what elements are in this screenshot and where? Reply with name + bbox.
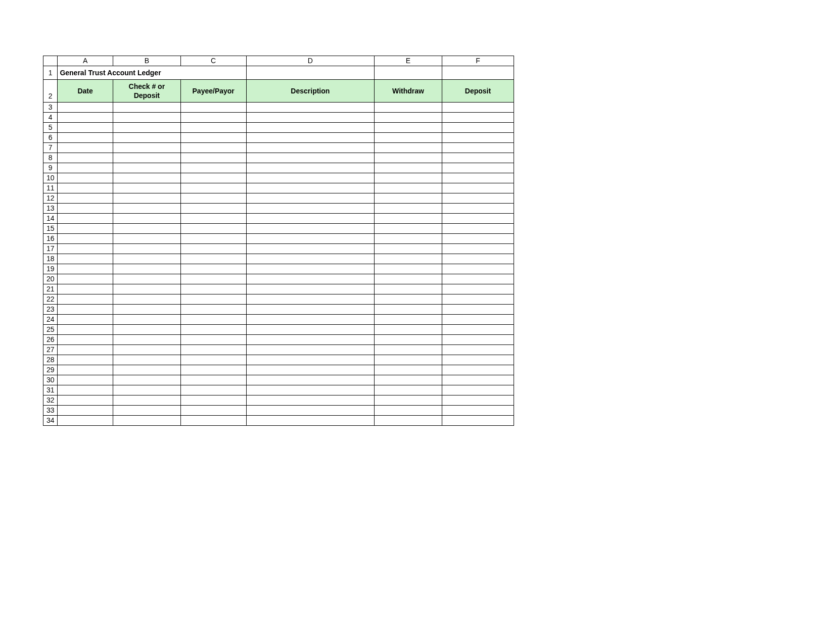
cell-D12[interactable] bbox=[246, 193, 375, 204]
row-header-18[interactable]: 18 bbox=[43, 254, 58, 264]
cell-C32[interactable] bbox=[180, 395, 246, 406]
cell-A30[interactable] bbox=[58, 375, 113, 385]
cell-C16[interactable] bbox=[180, 234, 246, 244]
cell-A34[interactable] bbox=[58, 416, 113, 426]
cell-A22[interactable] bbox=[58, 294, 113, 305]
cell-E24[interactable] bbox=[375, 315, 442, 325]
cell-A11[interactable] bbox=[58, 183, 113, 193]
cell-A12[interactable] bbox=[58, 193, 113, 204]
cell-A21[interactable] bbox=[58, 284, 113, 294]
cell-A23[interactable] bbox=[58, 305, 113, 315]
header-description[interactable]: Description bbox=[246, 80, 375, 103]
cell-A15[interactable] bbox=[58, 224, 113, 234]
cell-C30[interactable] bbox=[180, 375, 246, 385]
cell-E12[interactable] bbox=[375, 193, 442, 204]
cell-B14[interactable] bbox=[113, 214, 180, 224]
cell-F19[interactable] bbox=[442, 264, 514, 274]
cell-A17[interactable] bbox=[58, 244, 113, 254]
cell-D8[interactable] bbox=[246, 153, 375, 163]
cell-D28[interactable] bbox=[246, 355, 375, 365]
spreadsheet[interactable]: A B C D E F 1 General Trust Account Ledg… bbox=[43, 56, 514, 426]
cell-B24[interactable] bbox=[113, 315, 180, 325]
cell-C14[interactable] bbox=[180, 214, 246, 224]
cell-B17[interactable] bbox=[113, 244, 180, 254]
cell-E27[interactable] bbox=[375, 345, 442, 355]
cell-E20[interactable] bbox=[375, 274, 442, 284]
row-header-9[interactable]: 9 bbox=[43, 163, 58, 173]
cell-B21[interactable] bbox=[113, 284, 180, 294]
cell-D13[interactable] bbox=[246, 204, 375, 214]
cell-F4[interactable] bbox=[442, 113, 514, 123]
cell-A4[interactable] bbox=[58, 113, 113, 123]
cell-A27[interactable] bbox=[58, 345, 113, 355]
cell-F27[interactable] bbox=[442, 345, 514, 355]
cell-F23[interactable] bbox=[442, 305, 514, 315]
cell-B28[interactable] bbox=[113, 355, 180, 365]
cell-A18[interactable] bbox=[58, 254, 113, 264]
cell-E16[interactable] bbox=[375, 234, 442, 244]
row-header-26[interactable]: 26 bbox=[43, 335, 58, 345]
cell-B33[interactable] bbox=[113, 406, 180, 416]
cell-C12[interactable] bbox=[180, 193, 246, 204]
cell-E23[interactable] bbox=[375, 305, 442, 315]
cell-E31[interactable] bbox=[375, 385, 442, 395]
row-header-3[interactable]: 3 bbox=[43, 103, 58, 113]
row-header-25[interactable]: 25 bbox=[43, 325, 58, 335]
row-header-17[interactable]: 17 bbox=[43, 244, 58, 254]
cell-A24[interactable] bbox=[58, 315, 113, 325]
cell-C15[interactable] bbox=[180, 224, 246, 234]
col-header-B[interactable]: B bbox=[113, 56, 180, 66]
cell-F22[interactable] bbox=[442, 294, 514, 305]
cell-D26[interactable] bbox=[246, 335, 375, 345]
cell-A6[interactable] bbox=[58, 133, 113, 143]
row-header-23[interactable]: 23 bbox=[43, 305, 58, 315]
cell-C28[interactable] bbox=[180, 355, 246, 365]
cell-C24[interactable] bbox=[180, 315, 246, 325]
cell-F18[interactable] bbox=[442, 254, 514, 264]
cell-C6[interactable] bbox=[180, 133, 246, 143]
header-check-deposit[interactable]: Check # or Deposit bbox=[113, 80, 180, 103]
row-header-27[interactable]: 27 bbox=[43, 345, 58, 355]
cell-D31[interactable] bbox=[246, 385, 375, 395]
row-header-10[interactable]: 10 bbox=[43, 173, 58, 183]
cell-E28[interactable] bbox=[375, 355, 442, 365]
cell-D6[interactable] bbox=[246, 133, 375, 143]
cell-A10[interactable] bbox=[58, 173, 113, 183]
cell-F1[interactable] bbox=[442, 66, 514, 80]
row-header-33[interactable]: 33 bbox=[43, 406, 58, 416]
col-header-E[interactable]: E bbox=[375, 56, 442, 66]
cell-F17[interactable] bbox=[442, 244, 514, 254]
cell-F29[interactable] bbox=[442, 365, 514, 375]
cell-E19[interactable] bbox=[375, 264, 442, 274]
cell-B11[interactable] bbox=[113, 183, 180, 193]
cell-C7[interactable] bbox=[180, 143, 246, 153]
cell-B23[interactable] bbox=[113, 305, 180, 315]
cell-E10[interactable] bbox=[375, 173, 442, 183]
row-header-1[interactable]: 1 bbox=[43, 66, 58, 80]
cell-B6[interactable] bbox=[113, 133, 180, 143]
cell-D24[interactable] bbox=[246, 315, 375, 325]
cell-E4[interactable] bbox=[375, 113, 442, 123]
cell-B10[interactable] bbox=[113, 173, 180, 183]
cell-F15[interactable] bbox=[442, 224, 514, 234]
row-header-11[interactable]: 11 bbox=[43, 183, 58, 193]
cell-A25[interactable] bbox=[58, 325, 113, 335]
cell-D30[interactable] bbox=[246, 375, 375, 385]
cell-C18[interactable] bbox=[180, 254, 246, 264]
cell-C34[interactable] bbox=[180, 416, 246, 426]
row-header-13[interactable]: 13 bbox=[43, 204, 58, 214]
cell-B7[interactable] bbox=[113, 143, 180, 153]
row-header-22[interactable]: 22 bbox=[43, 294, 58, 305]
cell-E6[interactable] bbox=[375, 133, 442, 143]
row-header-2[interactable]: 2 bbox=[43, 80, 58, 103]
cell-E13[interactable] bbox=[375, 204, 442, 214]
cell-B30[interactable] bbox=[113, 375, 180, 385]
cell-E21[interactable] bbox=[375, 284, 442, 294]
cell-F25[interactable] bbox=[442, 325, 514, 335]
cell-C10[interactable] bbox=[180, 173, 246, 183]
cell-C25[interactable] bbox=[180, 325, 246, 335]
cell-E32[interactable] bbox=[375, 395, 442, 406]
cell-A26[interactable] bbox=[58, 335, 113, 345]
cell-B18[interactable] bbox=[113, 254, 180, 264]
cell-F12[interactable] bbox=[442, 193, 514, 204]
